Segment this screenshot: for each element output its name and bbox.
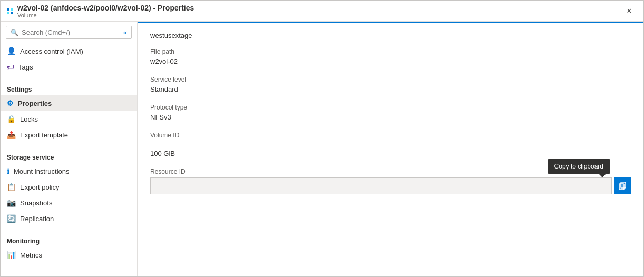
service-level-value: Standard <box>150 85 631 93</box>
section-storage-label: Storage service <box>1 147 137 163</box>
sidebar-item-replication[interactable]: 🔄 Replication <box>1 211 137 226</box>
file-path-value: w2vol-02 <box>150 57 631 65</box>
sidebar-item-access-control[interactable]: 👤 Access control (IAM) <box>1 43 137 59</box>
metrics-icon: 📊 <box>7 251 16 259</box>
bar3 <box>7 12 9 14</box>
info-icon: ℹ <box>7 167 9 175</box>
file-path-group: File path w2vol-02 <box>150 48 631 65</box>
sidebar-item-properties[interactable]: ⚙ Properties <box>1 95 137 111</box>
volume-id-label: Volume ID <box>150 132 631 139</box>
tag-icon: 🏷 <box>7 63 14 71</box>
protocol-type-group: Protocol type NFSv3 <box>150 104 631 121</box>
divider-storage <box>7 145 131 145</box>
sidebar-item-metrics[interactable]: 📊 Metrics <box>1 247 137 263</box>
sidebar-item-label: Mount instructions <box>14 167 70 175</box>
protocol-type-label: Protocol type <box>150 104 631 111</box>
sidebar-item-label: Snapshots <box>20 199 52 207</box>
sidebar-item-export-policy[interactable]: 📋 Export policy <box>1 179 137 195</box>
sidebar-item-label: Export policy <box>20 183 59 191</box>
sidebar-item-mount-instructions[interactable]: ℹ Mount instructions <box>1 163 137 179</box>
sidebar-item-label: Properties <box>18 100 52 107</box>
snapshot-icon: 📷 <box>7 199 16 207</box>
bar1 <box>7 8 9 11</box>
search-box[interactable]: 🔍 « <box>6 26 132 39</box>
app-icon <box>7 8 13 14</box>
copy-to-clipboard-button[interactable] <box>614 177 631 194</box>
export-icon: 📤 <box>7 131 16 139</box>
breadcrumb-area: westusextage <box>150 32 631 39</box>
main-panel: westusextage File path w2vol-02 Service … <box>138 22 643 276</box>
divider-monitoring <box>7 229 131 229</box>
resource-id-group: Resource ID Copy to clipboard <box>150 168 631 194</box>
lock-icon: 🔒 <box>7 115 16 123</box>
service-level-group: Service level Standard <box>150 76 631 93</box>
sidebar-item-tags[interactable]: 🏷 Tags <box>1 59 137 75</box>
protocol-type-value: NFSv3 <box>150 113 631 121</box>
bar4 <box>11 12 13 14</box>
bar-icon-group <box>7 8 13 14</box>
sidebar: 🔍 « 👤 Access control (IAM) 🏷 Tags Settin… <box>1 22 138 276</box>
replication-icon: 🔄 <box>7 214 16 223</box>
sidebar-item-snapshots[interactable]: 📷 Snapshots <box>1 195 137 211</box>
search-icon: 🔍 <box>11 29 18 36</box>
collapse-button[interactable]: « <box>123 28 127 36</box>
scroll-area-label: westusextage <box>150 32 192 39</box>
service-level-label: Service level <box>150 76 631 83</box>
sidebar-item-export-template[interactable]: 📤 Export template <box>1 127 137 143</box>
capacity-group: 100 GiB <box>150 150 631 157</box>
window-title: w2vol-02 (anfdocs-w2/pool0/w2vol-02) - P… <box>17 4 194 12</box>
sidebar-item-label: Metrics <box>20 251 42 259</box>
sidebar-item-label: Access control (IAM) <box>20 47 83 55</box>
divider-settings <box>7 77 131 77</box>
app-window: w2vol-02 (anfdocs-w2/pool0/w2vol-02) - P… <box>0 0 644 277</box>
section-monitoring-label: Monitoring <box>1 231 137 247</box>
properties-content: westusextage File path w2vol-02 Service … <box>138 23 643 213</box>
sidebar-item-label: Locks <box>20 115 38 123</box>
iam-icon: 👤 <box>7 47 16 55</box>
title-bar-left: w2vol-02 (anfdocs-w2/pool0/w2vol-02) - P… <box>7 4 194 18</box>
properties-icon: ⚙ <box>7 99 14 107</box>
file-path-label: File path <box>150 48 631 55</box>
section-settings-label: Settings <box>1 80 137 95</box>
window-subtitle: Volume <box>17 12 194 18</box>
export-policy-icon: 📋 <box>7 183 16 191</box>
sidebar-item-locks[interactable]: 🔒 Locks <box>1 111 137 127</box>
sidebar-item-label: Tags <box>18 63 33 71</box>
main-content: 🔍 « 👤 Access control (IAM) 🏷 Tags Settin… <box>1 22 643 276</box>
resource-id-label: Resource ID <box>150 168 631 175</box>
title-text-group: w2vol-02 (anfdocs-w2/pool0/w2vol-02) - P… <box>17 4 194 18</box>
volume-id-group: Volume ID <box>150 132 631 139</box>
clipboard-icon <box>618 182 627 190</box>
title-bar: w2vol-02 (anfdocs-w2/pool0/w2vol-02) - P… <box>1 1 643 22</box>
search-input[interactable] <box>22 28 120 36</box>
bar2 <box>11 8 13 11</box>
capacity-value: 100 GiB <box>150 150 631 157</box>
sidebar-item-label: Export template <box>20 131 68 139</box>
close-button[interactable]: × <box>621 3 637 19</box>
resource-id-input[interactable] <box>150 177 612 194</box>
sidebar-item-label: Replication <box>20 215 54 223</box>
svg-rect-1 <box>619 184 624 190</box>
resource-id-row: Copy to clipboard <box>150 177 631 194</box>
